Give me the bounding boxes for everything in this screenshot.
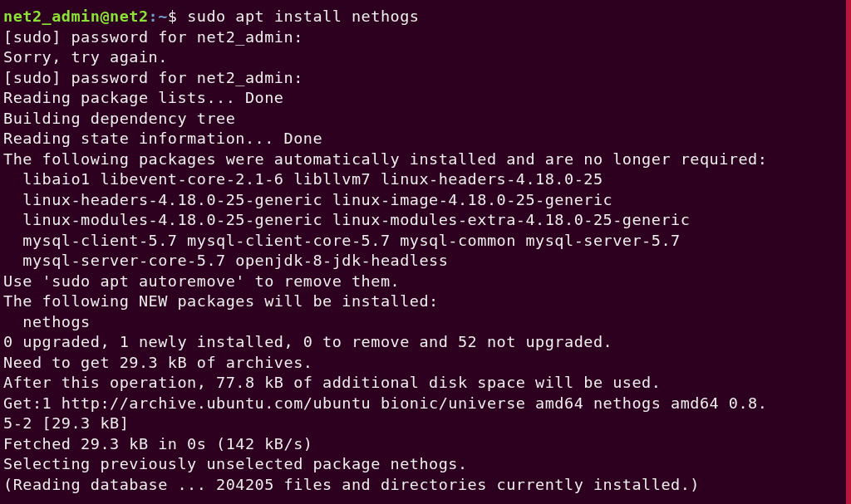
output-line: (Reading database ... 204205 files and d… <box>3 475 846 496</box>
output-line: nethogs <box>3 312 846 333</box>
prompt-dollar: $ <box>168 7 187 25</box>
output-line: After this operation, 77.8 kB of additio… <box>3 373 846 394</box>
output-line: The following NEW packages will be insta… <box>3 291 846 312</box>
output-line: Reading package lists... Done <box>3 88 846 109</box>
output-line: [sudo] password for net2_admin: <box>3 27 846 48</box>
output-line: mysql-server-core-5.7 openjdk-8-jdk-head… <box>3 251 846 272</box>
output-line: Fetched 29.3 kB in 0s (142 kB/s) <box>3 434 846 455</box>
output-line: mysql-client-5.7 mysql-client-core-5.7 m… <box>3 231 846 252</box>
output-line: The following packages were automaticall… <box>3 149 846 170</box>
output-line: Building dependency tree <box>3 109 846 130</box>
output-line: Selecting previously unselected package … <box>3 454 846 475</box>
output-line: Get:1 http://archive.ubuntu.com/ubuntu b… <box>3 394 846 414</box>
output-line: linux-modules-4.18.0-25-generic linux-mo… <box>3 210 846 231</box>
output-line: linux-headers-4.18.0-25-generic linux-im… <box>3 190 846 211</box>
terminal-window[interactable]: net2_admin@net2:~$ sudo apt install neth… <box>0 0 846 504</box>
output-line: libaio1 libevent-core-2.1-6 libllvm7 lin… <box>3 169 846 190</box>
prompt-line: net2_admin@net2:~$ sudo apt install neth… <box>3 7 846 27</box>
terminal-scrollbar[interactable] <box>846 0 851 504</box>
output-line: 5-2 [29.3 kB] <box>3 413 846 434</box>
prompt-user-host: net2_admin@net2 <box>3 7 149 25</box>
output-line: Reading state information... Done <box>3 129 846 149</box>
prompt-separator: : <box>149 7 159 25</box>
output-line: Sorry, try again. <box>3 47 846 68</box>
output-line: [sudo] password for net2_admin: <box>3 68 846 89</box>
prompt-cwd: ~ <box>158 7 168 25</box>
output-line: 0 upgraded, 1 newly installed, 0 to remo… <box>3 332 846 353</box>
output-line: Use 'sudo apt autoremove' to remove them… <box>3 272 846 292</box>
command-text: sudo apt install nethogs <box>187 7 419 25</box>
output-line: Need to get 29.3 kB of archives. <box>3 353 846 374</box>
